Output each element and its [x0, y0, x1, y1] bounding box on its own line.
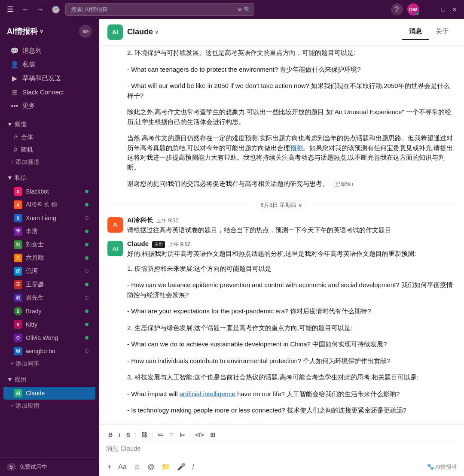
sidebar-item-yan[interactable]: 岩 岩先生 [3, 291, 95, 304]
status-dot [85, 203, 89, 206]
sidebar-item-slackbot[interactable]: S Slackbot [3, 185, 95, 198]
table-row: AI Claude 应用 上午 9:52 好的,根据我对历年高考英语作文题目和热… [107, 237, 455, 261]
channel-name[interactable]: Claude ∨ [127, 27, 159, 36]
sidebar-item-liu[interactable]: 刘 刘女士 [3, 238, 95, 251]
close-button[interactable]: ✕ [450, 5, 459, 14]
add-button[interactable]: + [106, 461, 113, 473]
status-dot [85, 283, 89, 286]
list-item: 1. 疫情防控和未来发展:这个方向的可能题目可以是 [107, 261, 455, 278]
add-colleague-button[interactable]: + 添加同事 [0, 358, 99, 370]
sidebar-nav: 💬 消息列 👤 私信 ▶ 草稿和已发送 ⊞ Slack Connect ••• … [0, 42, 99, 115]
bold-button[interactable]: B [106, 430, 115, 440]
workspace-header: AI情报科 ∨ ✏ [0, 19, 99, 42]
wangbo-avatar: W [14, 347, 22, 355]
topbar-right: ? OW — □ ✕ [391, 3, 459, 15]
link-button[interactable]: ⛓ [138, 430, 150, 440]
table-row: A AI冷科长 上午 9:52 请根据过往高考英语试卷的题目，结合当下的热点，预… [107, 214, 455, 238]
watermark: 🐾 AI情报科 [427, 463, 457, 471]
date-divider-text[interactable]: 6月8日 星期四 ∨ [256, 200, 306, 210]
sidebar-item-olivia[interactable]: O Olivia Wong [3, 331, 95, 344]
audio-button[interactable]: 🎤 [175, 461, 187, 473]
sidebar-item-quanti[interactable]: # 全体 [3, 131, 95, 143]
add-channel-button[interactable]: + 添加频道 [0, 156, 99, 168]
font-button[interactable]: Aa [116, 461, 128, 473]
minimize-button[interactable]: — [427, 5, 437, 14]
sidebar-item-lihao[interactable]: 李 李浩 [3, 225, 95, 238]
strikethrough-button[interactable]: S [124, 430, 133, 440]
italic-button[interactable]: I [116, 430, 123, 440]
sidebar-item-dms[interactable]: 👤 私信 [3, 58, 95, 71]
menu-icon[interactable]: ☰ [5, 3, 15, 16]
tab-about[interactable]: 关于 [429, 24, 455, 40]
list-item: 3. 科技发展与人工智能:这个也是当前社会热议的话题,高考可能会考查学生对此的思… [107, 370, 455, 387]
help-button[interactable]: ? [391, 3, 403, 15]
sidebar-item-brady[interactable]: B Brady [3, 305, 95, 318]
avatar-status [416, 12, 419, 15]
slackbot-avatar: S [14, 187, 22, 196]
sidebar-item-wangbo[interactable]: W wangbo bo [3, 345, 95, 358]
sidebar-item-nike[interactable]: 倪 倪珂 [3, 265, 95, 278]
dm-header[interactable]: ▼ 私信 [0, 172, 99, 185]
list-item: - What impact will artificial intelligen… [107, 387, 455, 403]
status-dot [85, 216, 89, 220]
list-item: 除此之外,评委也有可能继续出一些开放性的题目,让学生可以灵活发挥,如"An Ex… [107, 420, 455, 424]
trial-info[interactable]: 5 免费试用中 [7, 463, 92, 471]
sidebar-item-liuyueshun[interactable]: 六 六月顺 [3, 252, 95, 264]
add-app-button[interactable]: + 添加应用 [0, 400, 99, 412]
search-filter-icon[interactable]: ⚙ [238, 6, 242, 12]
attach-button[interactable]: 📁 [160, 461, 172, 473]
dm-section: ▼ 私信 S Slackbot A AI冷科长 你 X Xuan Liang 李… [0, 172, 99, 370]
brady-avatar: B [14, 307, 22, 315]
nike-avatar: 倪 [14, 267, 22, 276]
sidebar-item-ai-cold[interactable]: A AI冷科长 你 [3, 198, 95, 211]
history-icon[interactable]: 🕐 [50, 4, 62, 15]
emoji-button[interactable]: ☺ [132, 461, 142, 473]
apps-header[interactable]: ▼ 应用 [0, 373, 99, 386]
hash-icon: # [14, 133, 18, 141]
list-item: - What can teenagers do to protect the e… [107, 62, 455, 79]
fmt-divider [152, 431, 153, 439]
tab-messages[interactable]: 消息 [402, 24, 429, 40]
list-item: 当然,高考作文的题目仍然存在一定的难度预测,实际出题方向也考虑到当年的热点话题和… [107, 131, 455, 176]
channels-header[interactable]: ▼ 频道 [0, 118, 99, 131]
status-dot [85, 323, 89, 326]
sidebar-item-xuan[interactable]: X Xuan Liang [3, 212, 95, 224]
input-toolbar: + Aa ☺ @ 📁 🎤 / 🐾 AI情报科 [106, 458, 457, 473]
status-dot [85, 309, 89, 313]
xuan-avatar: X [14, 214, 22, 222]
channel-chevron-icon: ∨ [155, 29, 159, 35]
channels-section: ▼ 频道 # 全体 # 随机 + 添加频道 [0, 118, 99, 168]
sidebar-item-claude[interactable]: AI Claude [3, 387, 95, 400]
message-input[interactable] [106, 445, 457, 457]
ordered-list-button[interactable]: ≔ [155, 430, 166, 440]
sidebar-item-kitty[interactable]: K Kitty [3, 318, 95, 331]
list-item: - How can we balance epidemic prevention… [107, 278, 455, 304]
message-author: Claude [127, 240, 149, 247]
messages-area[interactable]: 2. 环境保护与可持续发展。这也是高考英语作文的重点方向，可能的题目可以是: -… [99, 45, 464, 424]
sidebar-item-random[interactable]: # 随机 [3, 144, 95, 156]
code-button[interactable]: </> [193, 430, 207, 440]
workspace-name[interactable]: AI情报科 ∨ [7, 26, 43, 36]
sidebar-item-slack-connect[interactable]: ⊞ Slack Connect [3, 85, 95, 99]
search-input[interactable] [65, 3, 254, 16]
mention-button[interactable]: @ [146, 461, 156, 473]
kitty-avatar: K [14, 320, 22, 329]
back-button[interactable]: ← [19, 4, 32, 15]
status-dot [85, 296, 89, 300]
block-button[interactable]: ⊞ [208, 430, 218, 440]
forward-button[interactable]: → [34, 4, 46, 15]
avatar[interactable]: OW [407, 3, 419, 15]
maximize-button[interactable]: □ [440, 5, 447, 14]
sidebar-item-messages[interactable]: 💬 消息列 [3, 44, 95, 58]
sidebar-item-drafts[interactable]: ▶ 草稿和已发送 [3, 72, 95, 85]
avatar: A [107, 217, 123, 233]
more-icon: ••• [10, 102, 19, 110]
unordered-list-button[interactable]: ≡ [167, 430, 176, 440]
sidebar-item-more[interactable]: ••• 更多 [3, 99, 95, 112]
sidebar-footer: 5 免费试用中 [0, 458, 99, 476]
lihao-avatar: 李 [14, 227, 22, 236]
sidebar-item-wangmin[interactable]: 王 王旻媛 [3, 278, 95, 291]
slash-button[interactable]: / [191, 461, 196, 473]
compose-button[interactable]: ✏ [79, 25, 92, 38]
indent-button[interactable]: ⊨ [177, 430, 187, 440]
